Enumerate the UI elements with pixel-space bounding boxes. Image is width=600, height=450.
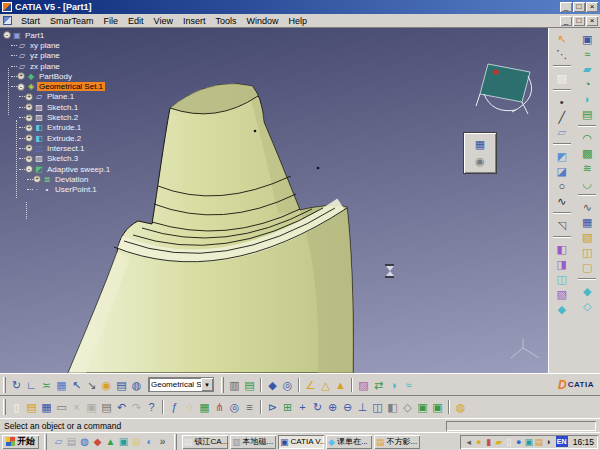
wireframe-helper-icon[interactable]: ▦	[473, 137, 488, 152]
design-table-icon[interactable]: ▦	[197, 399, 212, 415]
tree-item-userpoint-1[interactable]: ·•UserPoint.1	[3, 184, 153, 194]
tree-item-sketch-2[interactable]: +▨Sketch.2	[3, 112, 153, 122]
media-player-icon[interactable]: ◆	[91, 435, 104, 449]
sweep-icon[interactable]: ◠	[579, 131, 595, 145]
plane-icon[interactable]: ▱	[554, 125, 570, 139]
whats-this-icon[interactable]: ?	[144, 399, 159, 415]
doc-close-button[interactable]: ×	[586, 16, 598, 26]
boundary-icon[interactable]: ▧	[554, 287, 570, 301]
more-chevron-icon[interactable]: »	[156, 435, 169, 449]
tree-item-partbody[interactable]: +◆PartBody	[3, 71, 153, 81]
tree-expander-minus[interactable]: -	[17, 83, 25, 91]
intersection-icon[interactable]: ◪	[554, 164, 570, 178]
update-icon[interactable]: ↻	[9, 377, 24, 393]
corner-icon[interactable]: ◹	[554, 218, 570, 232]
tree-item-yz-plane[interactable]: ▱yz plane	[3, 51, 153, 61]
sketch-tools-icon[interactable]: ◉	[473, 154, 488, 169]
tree-node-label[interactable]: Plane.1	[45, 92, 76, 101]
tree-node-label[interactable]: Deviation	[53, 175, 90, 184]
tree-node-label[interactable]: Intersect.1	[45, 144, 86, 153]
mean-dimensions-icon[interactable]: ≍	[39, 377, 54, 393]
tree-expander-plus[interactable]: +	[25, 155, 33, 163]
tree-item-extrude-2[interactable]: +◧Extrude.2	[3, 133, 153, 143]
symmetry-icon[interactable]: ◫	[579, 245, 595, 259]
tree-node-label[interactable]: Geometrical Set.1	[37, 82, 105, 91]
measure-inertia-icon[interactable]: ▲	[333, 377, 348, 393]
measure-item-icon[interactable]: △	[318, 377, 333, 393]
tree-expander-plus[interactable]: +	[25, 124, 33, 132]
tree-item-zx-plane[interactable]: ▱zx plane	[3, 61, 153, 71]
analysis-icon[interactable]: ◆	[265, 377, 280, 393]
tree-expander-plus[interactable]: +	[25, 134, 33, 142]
multi-view-icon[interactable]: ◫	[370, 399, 385, 415]
extract-icon[interactable]: ◆	[554, 302, 570, 316]
point-icon[interactable]: •	[554, 95, 570, 109]
tree-expander-plus[interactable]: +	[25, 103, 33, 111]
selection-filter-icon[interactable]: ⋱	[554, 47, 570, 61]
tray-user-icon[interactable]: ●	[514, 436, 524, 448]
msn-icon[interactable]: ▲	[104, 435, 117, 449]
hide-show-icon[interactable]: ◑	[386, 377, 401, 393]
tree-expander-plus[interactable]: +	[25, 144, 33, 152]
working-support-dropdown[interactable]: Geometrical Set. ▾	[148, 377, 214, 392]
healing-icon[interactable]: ◨	[554, 257, 570, 271]
window-layout-1-icon[interactable]: ▣	[415, 399, 430, 415]
window-layout-2-icon[interactable]: ▣	[430, 399, 445, 415]
line-icon[interactable]: ╱	[554, 110, 570, 124]
save-icon[interactable]: ▦	[39, 399, 54, 415]
tray-arrow-icon[interactable]: ◗	[544, 436, 554, 448]
selection-list-icon[interactable]: ≡	[242, 399, 257, 415]
revolve-icon[interactable]: ◔	[579, 77, 595, 91]
task-button-inactive[interactable]: ◆课单在...	[326, 435, 372, 449]
tree-expander-plus[interactable]: +	[25, 114, 33, 122]
tree-node-label[interactable]: xy plane	[28, 41, 62, 50]
projection-icon[interactable]: ◩	[554, 149, 570, 163]
hide-show-bulb-icon[interactable]: ◍	[453, 399, 468, 415]
outlook-icon[interactable]: ▤	[65, 435, 78, 449]
work-on-support-icon[interactable]: ▦	[54, 377, 69, 393]
net-surface-icon[interactable]: ▦	[579, 215, 595, 229]
app-yellow-icon[interactable]: ◎	[130, 435, 143, 449]
tree-item-xy-plane[interactable]: ▱xy plane	[3, 40, 153, 50]
task-button-inactive[interactable]: ▥本地磁...	[230, 435, 276, 449]
doc-restore-button[interactable]: □	[573, 16, 585, 26]
workbench-icon[interactable]: ▣	[579, 32, 595, 46]
untrim-icon[interactable]: ◫	[554, 272, 570, 286]
fly-mode-icon[interactable]: ⊳	[265, 399, 280, 415]
toolbar-handle[interactable]	[221, 377, 224, 393]
trim-icon[interactable]: ◇	[579, 299, 595, 313]
tree-node-label[interactable]: Adaptive sweep.1	[45, 165, 112, 174]
tree-node-label[interactable]: Extrude.1	[45, 123, 83, 132]
tray-white-icon[interactable]: ▯	[504, 436, 514, 448]
axis-system-icon[interactable]: ∟	[24, 377, 39, 393]
restore-button[interactable]: □	[573, 2, 585, 12]
join-icon[interactable]: ◧	[554, 242, 570, 256]
menu-edit[interactable]: Edit	[123, 16, 149, 26]
tray-yellow-icon[interactable]: ●	[474, 436, 484, 448]
select-icon[interactable]: ↖	[554, 32, 570, 46]
search-icon[interactable]: ◎	[227, 399, 242, 415]
menu-window[interactable]: Window	[241, 16, 283, 26]
dropdown-arrow-icon[interactable]: ▾	[201, 378, 213, 391]
tree-expander-dash[interactable]: ·	[33, 186, 41, 194]
minimize-button[interactable]: _	[560, 2, 572, 12]
split-icon[interactable]: ◆	[579, 284, 595, 298]
language-indicator[interactable]: EN	[556, 436, 568, 447]
menu-file[interactable]: File	[99, 16, 124, 26]
menu-help[interactable]: Help	[283, 16, 312, 26]
insert-mode-icon[interactable]: ▥	[227, 377, 242, 393]
tree-expander-minus[interactable]: -	[25, 165, 33, 173]
scaling-icon[interactable]: ▢	[579, 260, 595, 274]
tree-node-label[interactable]: PartBody	[37, 72, 74, 81]
tree-expander-plus[interactable]: +	[25, 93, 33, 101]
offset-icon[interactable]: ▤	[579, 107, 595, 121]
tree-expander-minus[interactable]: -	[3, 31, 11, 39]
tree-item-adaptive-sweep-1[interactable]: -◩Adaptive sweep.1	[3, 164, 153, 174]
tree-item-deviation[interactable]: +≣Deviation	[3, 174, 153, 184]
zoom-in-icon[interactable]: ⊕	[325, 399, 340, 415]
tree-item-geometrical-set-1[interactable]: -◈Geometrical Set.1	[3, 81, 153, 91]
swap-space-icon[interactable]: ⇄	[371, 377, 386, 393]
normal-view-icon[interactable]: ⊥	[355, 399, 370, 415]
wave-analysis-icon[interactable]: ≈	[401, 377, 416, 393]
tree-node-label[interactable]: Extrude.2	[45, 134, 83, 143]
